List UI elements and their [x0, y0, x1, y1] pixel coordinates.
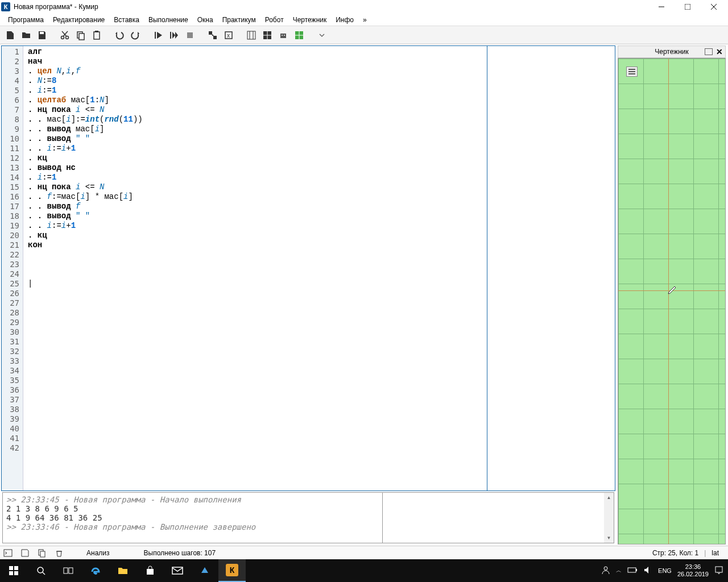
- popout-icon[interactable]: [705, 48, 713, 55]
- svg-rect-4: [40, 32, 44, 34]
- copy-status-icon[interactable]: [38, 548, 47, 558]
- draw-grid-icon[interactable]: [292, 28, 306, 42]
- layout2-icon[interactable]: [260, 28, 274, 42]
- step-icon[interactable]: [167, 28, 181, 42]
- start-button[interactable]: [0, 559, 27, 582]
- menu-инфо[interactable]: Инфо: [331, 15, 358, 25]
- svg-rect-48: [636, 569, 637, 571]
- new-file-icon[interactable]: [3, 28, 17, 42]
- code-area[interactable]: алгнач. цел N,i,f. N:=8. i:=1. целтаб ма…: [23, 46, 487, 490]
- svg-rect-40: [14, 571, 18, 575]
- svg-rect-44: [69, 568, 73, 573]
- variables-icon[interactable]: x: [222, 28, 235, 42]
- console-icon[interactable]: [3, 548, 13, 558]
- save-status-icon[interactable]: [20, 548, 30, 558]
- task-view-icon[interactable]: [55, 559, 82, 582]
- tray-lang[interactable]: ENG: [658, 567, 672, 574]
- search-icon[interactable]: [27, 559, 55, 582]
- stop-icon[interactable]: [183, 28, 197, 42]
- menu-выполнение[interactable]: Выполнение: [144, 15, 193, 25]
- hamburger-icon[interactable]: [626, 66, 638, 77]
- close-icon[interactable]: ✕: [716, 47, 723, 56]
- output-text[interactable]: >> 23:33:45 - Новая программа - Начало в…: [3, 493, 382, 543]
- svg-rect-13: [155, 32, 156, 39]
- svg-rect-35: [40, 551, 45, 557]
- store-icon[interactable]: [136, 559, 164, 582]
- app-icon[interactable]: [191, 559, 218, 582]
- actors-icon[interactable]: [206, 28, 220, 42]
- log-line: >> 23:33:46 - Новая программа - Выполнен…: [6, 522, 379, 531]
- statusbar: Анализ Выполнено шагов: 107 Стр: 25, Кол…: [0, 546, 728, 559]
- save-icon[interactable]: [35, 28, 49, 42]
- svg-rect-14: [170, 32, 171, 39]
- output-scrollbar[interactable]: ▲ ▼: [604, 493, 614, 543]
- log-line: >> 23:33:45 - Новая программа - Начало в…: [6, 495, 379, 504]
- run-icon[interactable]: [151, 28, 165, 42]
- svg-line-42: [43, 572, 45, 575]
- minimize-button[interactable]: [648, 0, 675, 14]
- output-right-pane: [382, 493, 604, 543]
- close-button[interactable]: [701, 0, 727, 14]
- svg-rect-15: [187, 32, 193, 38]
- draw-panel-title: Чертежник ✕: [618, 45, 726, 58]
- titlebar: К Новая программа* - Кумир: [0, 0, 728, 14]
- trash-icon[interactable]: [55, 548, 64, 558]
- svg-rect-43: [64, 568, 68, 573]
- menu-чертежник[interactable]: Чертежник: [288, 15, 332, 25]
- svg-text:x: x: [227, 32, 230, 39]
- svg-point-28: [282, 35, 283, 36]
- svg-rect-33: [4, 550, 12, 556]
- window-title: Новая программа* - Кумир: [14, 3, 648, 11]
- paste-icon[interactable]: [90, 28, 104, 42]
- menu-редактирование[interactable]: Редактирование: [48, 15, 109, 25]
- svg-rect-45: [172, 567, 183, 574]
- menu-вставка[interactable]: Вставка: [109, 15, 144, 25]
- svg-point-41: [38, 567, 43, 573]
- explorer-icon[interactable]: [109, 559, 136, 582]
- layout1-icon[interactable]: [245, 28, 258, 42]
- tray-battery-icon[interactable]: [627, 567, 638, 575]
- svg-rect-39: [9, 571, 13, 575]
- menu-»[interactable]: »: [358, 15, 371, 25]
- status-steps: Выполнено шагов: 107: [144, 549, 216, 557]
- svg-rect-37: [9, 566, 13, 570]
- code-editor[interactable]: 1234567891011121314151617181920212223242…: [1, 45, 615, 491]
- undo-icon[interactable]: [113, 28, 126, 42]
- status-lang: lat: [712, 549, 719, 557]
- tray-notifications-icon[interactable]: [714, 566, 723, 576]
- svg-rect-38: [14, 566, 18, 570]
- svg-rect-16: [209, 31, 212, 35]
- svg-line-18: [212, 35, 213, 36]
- line-gutter: 1234567891011121314151617181920212223242…: [2, 46, 23, 490]
- cut-icon[interactable]: [58, 28, 72, 42]
- draw-canvas[interactable]: [618, 58, 726, 544]
- menubar: ПрограммаРедактированиеВставкаВыполнение…: [0, 14, 728, 26]
- mail-icon[interactable]: [164, 559, 191, 582]
- scroll-down-icon[interactable]: ▼: [604, 533, 614, 543]
- edge-icon[interactable]: [82, 559, 109, 582]
- maximize-button[interactable]: [675, 0, 701, 14]
- tray-people-icon[interactable]: [601, 566, 610, 576]
- svg-point-29: [284, 35, 285, 36]
- tray-volume-icon[interactable]: [643, 566, 652, 576]
- menu-практикум[interactable]: Практикум: [218, 15, 260, 25]
- svg-rect-27: [280, 34, 286, 38]
- svg-rect-11: [94, 32, 100, 39]
- menu-окна[interactable]: Окна: [193, 15, 218, 25]
- tray-clock[interactable]: 23:36 26.02.2019: [677, 563, 709, 578]
- svg-rect-21: [247, 31, 255, 39]
- kumir-taskbar-icon[interactable]: К: [218, 559, 246, 582]
- scroll-up-icon[interactable]: ▲: [604, 493, 614, 502]
- chevron-down-icon[interactable]: [315, 28, 329, 42]
- tray-up-icon[interactable]: ︿: [616, 567, 622, 575]
- copy-icon[interactable]: [74, 28, 88, 42]
- tray-date: 26.02.2019: [677, 571, 709, 578]
- app-icon: К: [1, 2, 10, 11]
- menu-робот[interactable]: Робот: [260, 15, 288, 25]
- robot-icon[interactable]: [276, 28, 290, 42]
- open-file-icon[interactable]: [19, 28, 33, 42]
- menu-программа[interactable]: Программа: [3, 15, 48, 25]
- taskbar: К ︿ ENG 23:36 26.02.2019: [0, 559, 728, 582]
- svg-rect-47: [628, 568, 636, 572]
- redo-icon[interactable]: [129, 28, 142, 42]
